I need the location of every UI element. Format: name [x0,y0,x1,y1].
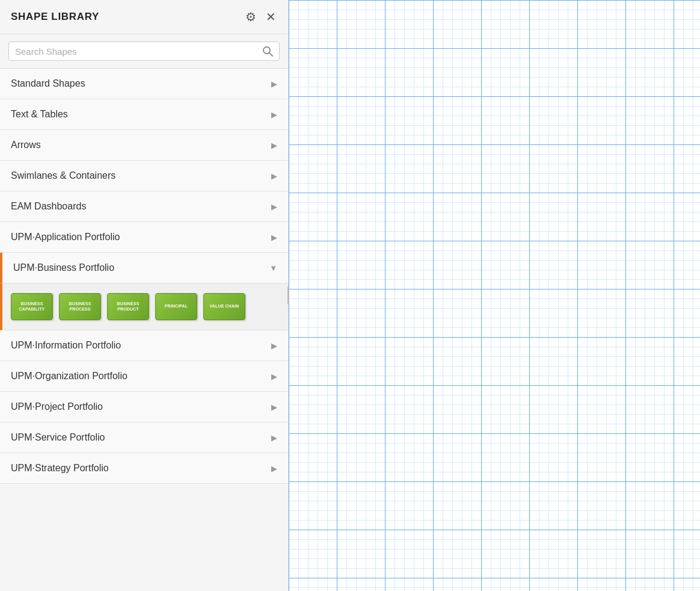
shape-library-sidebar: SHAPE LIBRARY ⚙ ✕ Standard Shapes [0,0,289,591]
search-icon [262,46,273,57]
shape-thumb: BUSINESS PRODUCT [107,293,149,320]
shape-thumb: BUSINESS CAPABILITY [11,293,53,320]
gear-icon: ⚙ [245,10,256,24]
resizer-handle [287,286,289,305]
shape-value-chain[interactable]: VALUE CHAIN [203,293,245,320]
chevron-right-icon: ▶ [271,110,277,119]
menu-item-eam[interactable]: EAM Dashboards ▶ [0,191,288,222]
menu-item-label: UPM·Information Portfolio [11,340,121,351]
menu-item-upm-service[interactable]: UPM·Service Portfolio ▶ [0,422,288,453]
search-button[interactable] [262,46,273,57]
shape-label: VALUE CHAIN [209,303,241,310]
shape-label: BUSINESS PROCESS [60,300,100,313]
menu-item-label: Standard Shapes [11,78,85,89]
shape-business-process[interactable]: BUSINESS PROCESS [59,293,101,320]
menu-item-label: UPM·Strategy Portfolio [11,463,109,474]
settings-button[interactable]: ⚙ [244,8,257,25]
header-icons: ⚙ ✕ [244,8,277,25]
menu-item-label: UPM·Organization Portfolio [11,371,127,382]
menu-item-upm-information[interactable]: UPM·Information Portfolio ▶ [0,330,288,361]
shape-label: PRINCIPAL [164,303,189,310]
menu-item-upm-project[interactable]: UPM·Project Portfolio ▶ [0,392,288,422]
menu-item-upm-strategy[interactable]: UPM·Strategy Portfolio ▶ [0,453,288,484]
menu-item-label: UPM·Project Portfolio [11,401,103,412]
search-box [8,42,280,61]
chevron-down-icon: ▼ [269,264,277,273]
shape-label: BUSINESS PRODUCT [108,300,149,313]
shape-business-capability[interactable]: BUSINESS CAPABILITY [11,293,53,320]
sidebar-title: SHAPE LIBRARY [11,11,99,23]
shape-thumb: PRINCIPAL [155,293,197,320]
menu-item-upm-organization[interactable]: UPM·Organization Portfolio ▶ [0,361,288,392]
grid-background [289,0,700,591]
chevron-right-icon: ▶ [271,233,277,242]
upm-business-expanded-panel: BUSINESS CAPABILITY BUSINESS PROCESS BUS… [0,283,288,330]
close-button[interactable]: ✕ [265,8,277,25]
menu-item-label: EAM Dashboards [11,201,86,212]
canvas-area[interactable] [289,0,700,591]
chevron-right-icon: ▶ [271,372,277,381]
sidebar-resizer[interactable] [285,0,291,591]
chevron-right-icon: ▶ [271,464,277,473]
shape-thumb: VALUE CHAIN [203,293,245,320]
menu-item-label: UPM·Business Portfolio [13,262,114,273]
menu-item-label: Text & Tables [11,109,68,120]
menu-item-label: Swimlanes & Containers [11,170,115,181]
shape-thumb: BUSINESS PROCESS [59,293,101,320]
menu-item-standard-shapes[interactable]: Standard Shapes ▶ [0,69,288,99]
chevron-right-icon: ▶ [271,202,277,211]
search-area [0,34,288,69]
menu-item-label: UPM·Service Portfolio [11,432,105,443]
shape-principal[interactable]: PRINCIPAL [155,293,197,320]
chevron-right-icon: ▶ [271,141,277,150]
menu-item-upm-application[interactable]: UPM·Application Portfolio ▶ [0,222,288,253]
sidebar-header: SHAPE LIBRARY ⚙ ✕ [0,0,288,34]
menu-item-text-tables[interactable]: Text & Tables ▶ [0,99,288,130]
shape-label: BUSINESS CAPABILITY [11,300,52,313]
chevron-right-icon: ▶ [271,79,277,88]
menu-item-swimlanes[interactable]: Swimlanes & Containers ▶ [0,161,288,191]
close-icon: ✕ [266,10,276,24]
shape-business-product[interactable]: BUSINESS PRODUCT [107,293,149,320]
search-input[interactable] [15,46,262,57]
svg-point-0 [263,47,270,54]
chevron-right-icon: ▶ [271,403,277,412]
menu-item-arrows[interactable]: Arrows ▶ [0,130,288,161]
chevron-right-icon: ▶ [271,172,277,181]
chevron-right-icon: ▶ [271,341,277,350]
menu-item-upm-business[interactable]: UPM·Business Portfolio ▼ [0,253,288,283]
shapes-row: BUSINESS CAPABILITY BUSINESS PROCESS BUS… [11,293,280,320]
svg-line-1 [269,53,272,56]
menu-list: Standard Shapes ▶ Text & Tables ▶ Arrows… [0,69,288,591]
menu-item-label: UPM·Application Portfolio [11,232,120,243]
menu-item-label: Arrows [11,140,41,150]
chevron-right-icon: ▶ [271,433,277,442]
